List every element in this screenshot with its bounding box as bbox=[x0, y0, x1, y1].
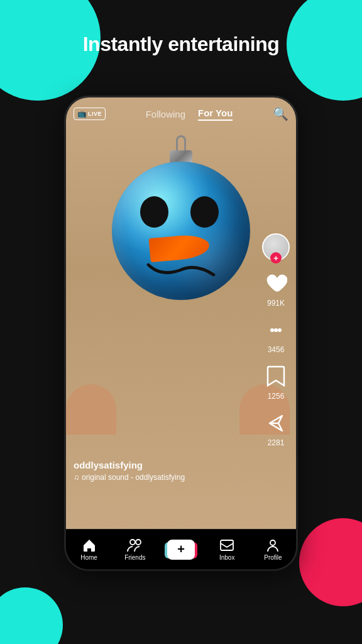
nav-friends-label: Friends bbox=[124, 554, 145, 561]
username[interactable]: oddlysatisfying bbox=[74, 460, 258, 470]
headline: Instantly entertaining bbox=[0, 33, 362, 56]
bookmark-icon-wrap bbox=[262, 363, 290, 391]
nav-profile-label: Profile bbox=[264, 554, 282, 561]
svg-point-3 bbox=[130, 540, 135, 545]
add-plus-icon: + bbox=[177, 542, 185, 557]
comment-icon-wrap bbox=[262, 316, 290, 344]
bottom-info: oddlysatisfying ♫ original sound - oddly… bbox=[74, 460, 258, 482]
eye-left bbox=[140, 196, 168, 228]
music-note-icon: ♫ bbox=[74, 473, 79, 482]
bottom-nav: Home Friends + bbox=[66, 529, 296, 569]
share-action[interactable]: 2281 bbox=[262, 409, 290, 447]
share-count: 2281 bbox=[268, 438, 285, 447]
nav-inbox-label: Inbox bbox=[219, 554, 234, 561]
live-label: LIVE bbox=[88, 111, 102, 117]
like-action[interactable]: 991K bbox=[262, 270, 290, 308]
nav-item-inbox[interactable]: Inbox bbox=[204, 538, 250, 561]
ornament-ball bbox=[112, 162, 250, 300]
home-icon bbox=[82, 538, 97, 553]
nav-tabs: Following For You bbox=[146, 108, 233, 121]
phone-frame: 📺 LIVE Following For You 🔍 + bbox=[66, 97, 296, 569]
bookmark-icon bbox=[266, 365, 285, 388]
mouth bbox=[131, 257, 231, 282]
ornament bbox=[99, 135, 263, 318]
tab-following[interactable]: Following bbox=[146, 109, 185, 119]
comment-action[interactable]: 3456 bbox=[262, 316, 290, 354]
like-icon-wrap bbox=[262, 270, 290, 297]
comment-count: 3456 bbox=[268, 345, 285, 354]
bookmark-action[interactable]: 1256 bbox=[262, 363, 290, 401]
eye-right bbox=[190, 196, 219, 228]
heart-icon bbox=[265, 272, 287, 295]
search-icon[interactable]: 🔍 bbox=[273, 106, 288, 121]
nav-item-add[interactable]: + bbox=[158, 540, 204, 560]
profile-icon bbox=[265, 538, 280, 553]
live-badge[interactable]: 📺 LIVE bbox=[74, 108, 106, 120]
nav-home-label: Home bbox=[80, 554, 97, 561]
share-icon-wrap bbox=[262, 409, 290, 437]
comment-icon bbox=[265, 319, 287, 341]
nav-item-profile[interactable]: Profile bbox=[250, 538, 296, 561]
svg-point-2 bbox=[278, 328, 282, 332]
svg-point-1 bbox=[274, 328, 278, 332]
sidebar-actions: + 991K bbox=[262, 233, 290, 447]
hand-left bbox=[66, 384, 116, 435]
svg-point-4 bbox=[136, 540, 141, 545]
nav-item-home[interactable]: Home bbox=[66, 538, 112, 561]
bookmark-count: 1256 bbox=[268, 392, 285, 401]
svg-point-0 bbox=[270, 328, 274, 332]
friends-icon bbox=[127, 538, 143, 553]
bg-decoration-br bbox=[299, 518, 362, 606]
tab-for-you[interactable]: For You bbox=[198, 108, 233, 121]
follow-plus-badge: + bbox=[270, 252, 282, 264]
nav-item-friends[interactable]: Friends bbox=[112, 538, 158, 561]
like-count: 991K bbox=[267, 299, 285, 308]
inbox-icon bbox=[219, 538, 234, 553]
sound-name: original sound - oddlysatisfying bbox=[82, 473, 185, 482]
avatar-wrap: + bbox=[262, 233, 290, 261]
svg-rect-5 bbox=[221, 540, 233, 550]
video-area[interactable]: 📺 LIVE Following For You 🔍 + bbox=[66, 97, 296, 529]
tv-icon: 📺 bbox=[77, 109, 87, 118]
svg-point-6 bbox=[270, 540, 275, 545]
share-icon bbox=[265, 412, 287, 435]
bg-decoration-bl bbox=[0, 587, 63, 644]
avatar-action[interactable]: + bbox=[262, 233, 290, 261]
top-bar: 📺 LIVE Following For You 🔍 bbox=[66, 97, 296, 130]
sound-info[interactable]: ♫ original sound - oddlysatisfying bbox=[74, 473, 258, 482]
